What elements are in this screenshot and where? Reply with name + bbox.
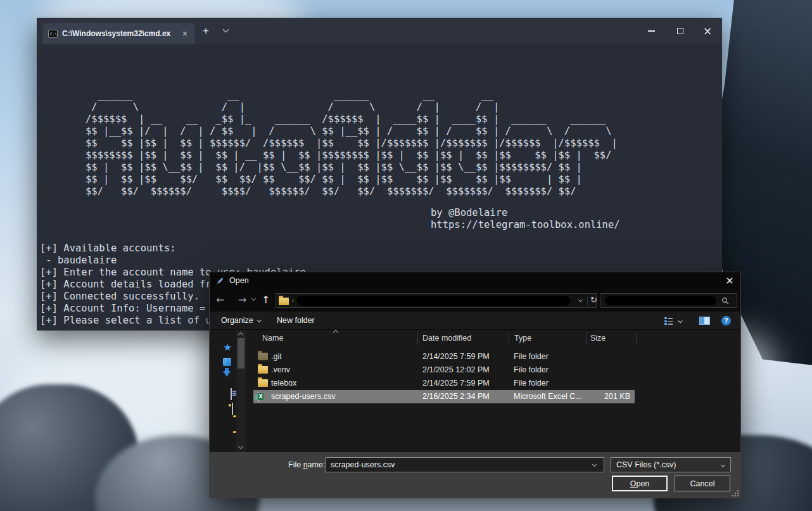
preview-pane-icon[interactable] bbox=[699, 317, 710, 325]
scroll-down-icon[interactable] bbox=[238, 444, 243, 449]
column-divider[interactable] bbox=[587, 332, 587, 344]
dialog-toolbar: ← → ↑ ‹ ↻ bbox=[210, 289, 740, 312]
dialog-body: ★ Name Date modified Type Size bbox=[210, 330, 740, 451]
address-dropdown-icon[interactable] bbox=[578, 298, 583, 302]
file-type: Microsoft Excel C... bbox=[514, 392, 587, 401]
folder-icon bbox=[279, 298, 289, 305]
folder-icon bbox=[258, 353, 268, 360]
column-divider[interactable] bbox=[509, 332, 509, 344]
new-folder-label: New folder bbox=[277, 316, 315, 325]
table-row-venv[interactable]: .venv 2/1/2025 12:02 PM File folder bbox=[253, 363, 635, 377]
views-dropdown-icon[interactable] bbox=[678, 319, 683, 323]
file-date: 2/16/2025 2:34 PM bbox=[422, 392, 511, 401]
file-list-header: Name Date modified Type Size bbox=[253, 330, 740, 346]
open-file-dialog: Open ✕ ← → ↑ ‹ ↻ Organize New fo bbox=[209, 272, 741, 498]
close-button[interactable]: × bbox=[693, 18, 722, 44]
organize-button[interactable]: Organize bbox=[221, 316, 260, 325]
column-divider[interactable] bbox=[417, 332, 418, 344]
column-header-size[interactable]: Size bbox=[590, 334, 606, 343]
banner-credit: by @Bodelaire https://telegram-toolbox.o… bbox=[431, 207, 620, 231]
file-name: telebox bbox=[271, 379, 414, 388]
documents-icon[interactable] bbox=[231, 388, 232, 400]
forward-icon[interactable]: → bbox=[238, 294, 246, 306]
file-size: 201 KB bbox=[587, 392, 630, 401]
file-type-dropdown-icon bbox=[721, 463, 725, 467]
file-name-input[interactable] bbox=[326, 457, 604, 472]
ascii-banner: ______ __ ______ __ __ / \ / | / \ / | /… bbox=[86, 89, 618, 198]
breadcrumb-overflow-icon: ‹ bbox=[292, 297, 294, 304]
column-header-type[interactable]: Type bbox=[514, 334, 531, 343]
dialog-title-bar[interactable]: Open ✕ bbox=[210, 272, 740, 289]
dialog-command-bar: Organize New folder ? bbox=[210, 312, 740, 330]
minimize-button[interactable] bbox=[637, 18, 666, 44]
address-bar[interactable]: ‹ ↻ bbox=[276, 293, 597, 308]
file-date: 2/1/2025 12:02 PM bbox=[422, 365, 511, 374]
folder-icon bbox=[258, 366, 268, 374]
desktop-icon[interactable] bbox=[223, 358, 231, 366]
tab-close-icon[interactable]: × bbox=[180, 28, 190, 39]
new-tab-button[interactable]: + bbox=[203, 25, 209, 36]
up-icon[interactable]: ↑ bbox=[262, 294, 270, 306]
file-name: scraped-users.csv bbox=[271, 392, 414, 401]
terminal-tab-title: C:\Windows\system32\cmd.ex bbox=[62, 29, 175, 38]
quick-access-icon[interactable]: ★ bbox=[223, 343, 232, 353]
file-date: 2/14/2025 7:59 PM bbox=[422, 352, 511, 361]
history-dropdown-icon[interactable] bbox=[251, 296, 256, 301]
file-name: .git bbox=[271, 352, 414, 361]
close-icon: × bbox=[703, 26, 712, 36]
file-type-value: CSV Files (*.csv) bbox=[616, 460, 676, 469]
pictures-icon[interactable] bbox=[232, 403, 233, 415]
terminal-tab-cmd[interactable]: C:\ C:\Windows\system32\cmd.ex × bbox=[43, 23, 195, 44]
dialog-title: Open bbox=[229, 276, 249, 285]
sidebar-scrollbar[interactable] bbox=[236, 330, 246, 451]
cmd-icon: C:\ bbox=[48, 30, 58, 38]
folder-icon bbox=[258, 379, 268, 387]
terminal-tab-bar[interactable]: C:\ C:\Windows\system32\cmd.ex × + × bbox=[37, 18, 722, 44]
minimize-icon bbox=[648, 30, 655, 32]
feather-icon bbox=[216, 277, 224, 285]
excel-csv-icon: X bbox=[258, 392, 259, 402]
file-list: Name Date modified Type Size .git 2/14/2… bbox=[253, 330, 740, 451]
dialog-footer: File name: CSV Files (*.csv) Open Cancel bbox=[210, 451, 740, 498]
scroll-up-icon[interactable] bbox=[238, 332, 243, 338]
chevron-down-icon bbox=[257, 318, 261, 322]
screen: { "terminal": { "tab_title": "C:\\Window… bbox=[0, 0, 812, 511]
places-sidebar[interactable]: ★ bbox=[210, 330, 253, 451]
file-type: File folder bbox=[514, 365, 587, 374]
search-redaction bbox=[605, 296, 716, 305]
address-redaction bbox=[296, 296, 570, 306]
new-folder-button[interactable]: New folder bbox=[277, 316, 315, 325]
column-header-date[interactable]: Date modified bbox=[422, 334, 471, 343]
help-icon[interactable]: ? bbox=[721, 316, 731, 325]
sort-ascending-icon bbox=[333, 330, 338, 335]
file-name: .venv bbox=[271, 365, 414, 374]
tab-dropdown-icon[interactable] bbox=[223, 27, 229, 33]
scrollbar-thumb[interactable] bbox=[238, 338, 244, 369]
resize-grip[interactable] bbox=[732, 490, 739, 496]
file-type-select[interactable]: CSV Files (*.csv) bbox=[611, 457, 731, 472]
divider bbox=[587, 295, 588, 306]
maximize-button[interactable] bbox=[666, 18, 695, 44]
file-type: File folder bbox=[514, 379, 587, 388]
search-icon bbox=[721, 297, 729, 305]
organize-label: Organize bbox=[221, 316, 253, 325]
column-header-name[interactable]: Name bbox=[262, 334, 283, 343]
refresh-icon[interactable]: ↻ bbox=[590, 295, 597, 305]
views-icon[interactable] bbox=[664, 317, 673, 325]
file-date: 2/14/2025 7:59 PM bbox=[422, 379, 511, 388]
table-row-scraped-users-selected[interactable]: X scraped-users.csv 2/16/2025 2:34 PM Mi… bbox=[253, 390, 635, 403]
maximize-icon bbox=[677, 28, 683, 34]
open-button[interactable]: Open bbox=[612, 476, 668, 491]
cancel-button[interactable]: Cancel bbox=[675, 476, 730, 491]
file-name-label: File name: bbox=[288, 460, 325, 469]
dialog-close-button[interactable]: ✕ bbox=[719, 272, 740, 289]
table-row-telebox[interactable]: telebox 2/14/2025 7:59 PM File folder bbox=[253, 377, 635, 390]
file-type: File folder bbox=[514, 352, 587, 361]
search-box[interactable] bbox=[600, 293, 737, 308]
back-icon[interactable]: ← bbox=[216, 294, 224, 306]
column-divider[interactable] bbox=[636, 332, 637, 344]
table-row-git[interactable]: .git 2/14/2025 7:59 PM File folder bbox=[253, 350, 635, 363]
downloads-icon[interactable] bbox=[223, 371, 231, 388]
